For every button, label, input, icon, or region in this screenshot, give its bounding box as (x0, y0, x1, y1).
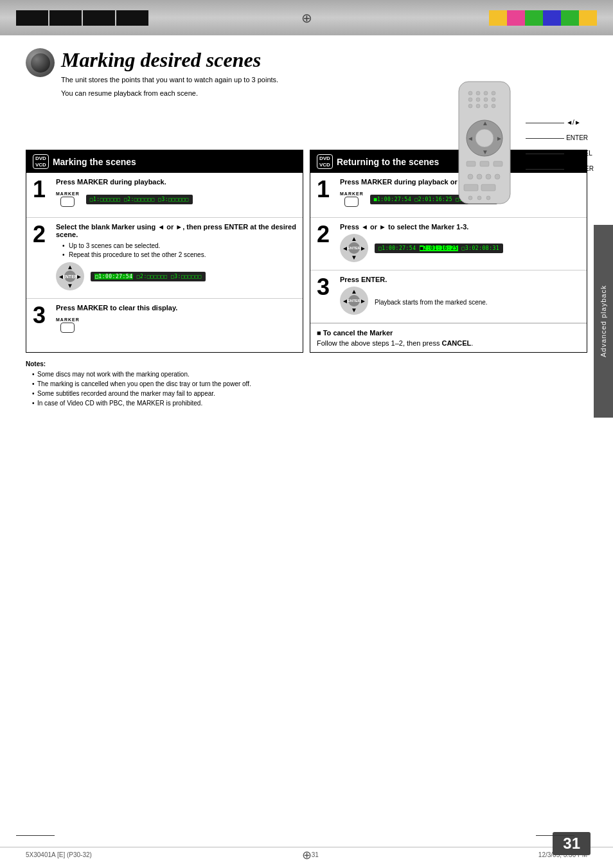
left-step-2-number: 2 (33, 223, 51, 246)
notes-title: Notes: (26, 360, 587, 368)
note-item-3: Some subtitles recorded around the marke… (32, 389, 587, 398)
svg-point-5 (468, 98, 472, 102)
title-icon-inner (31, 53, 50, 73)
nav-left-arrow: ◄ (58, 273, 64, 280)
remote-lr-label: ◄/► (566, 119, 581, 126)
left-dvd-badge: DVD VCD (33, 154, 49, 169)
svg-point-3 (484, 91, 488, 95)
svg-point-25 (495, 174, 500, 179)
marker-btn-label-3: MARKER (56, 317, 80, 322)
color-block-green2 (561, 10, 579, 26)
header-black-blocks (16, 10, 148, 26)
cancel-text: Follow the above steps 1–2, then press C… (317, 339, 580, 347)
left-step-1-row: 1 Press MARKER during playback. MARKER □… (33, 178, 296, 212)
left-step-3-title: Press MARKER to clear this display. (56, 304, 296, 312)
svg-point-14 (475, 129, 493, 147)
svg-point-22 (468, 174, 473, 179)
svg-rect-21 (493, 161, 502, 166)
title-icon (26, 48, 55, 77)
nav-down-arrow: ▼ (67, 282, 73, 289)
right-step-2-content: Press ◄ or ► to select the Marker 1-3. E… (340, 223, 580, 265)
svg-point-30 (486, 196, 490, 200)
marker-btn-shape-3 (60, 323, 75, 333)
marker-button-icon-3: MARKER (56, 317, 80, 333)
nav-left-arrow-r2: ◄ (342, 245, 348, 252)
remote-control-svg: ◄ ► ▲ ▼ (446, 80, 523, 209)
left-step-3-content: Press MARKER to clear this display. MARK… (56, 304, 296, 338)
right-step-3-icons: ENTER ◄ ► ▲ ▼ Playback starts from the m… (340, 287, 580, 315)
nav-circle-left-2: ENTER ◄ ► ▲ ▼ (56, 262, 84, 290)
left-step-2-content: Select the blank Marker using ◄ or ►, th… (56, 223, 296, 293)
bottom-line-right (536, 835, 574, 837)
bottom-line-left (16, 835, 55, 837)
right-step-2-number: 2 (317, 223, 335, 246)
left-step-3-number: 3 (33, 304, 51, 327)
svg-point-4 (492, 91, 495, 95)
svg-point-9 (468, 104, 472, 108)
svg-text:▼: ▼ (482, 148, 488, 155)
svg-point-10 (476, 104, 480, 108)
marker-button-icon-1: MARKER (56, 191, 80, 207)
marker-btn-shape-r1 (344, 197, 359, 207)
marker-btn-label-1: MARKER (56, 191, 80, 196)
header-crosshair: ⊕ (301, 10, 312, 26)
main-content: Marking desired scenes The unit stores t… (0, 35, 613, 421)
nav-arrows-r3: ◄ ► ▲ ▼ (340, 287, 368, 315)
svg-point-28 (468, 196, 472, 200)
color-block-pink (507, 10, 525, 26)
right-step-3-row: 3 Press ENTER. ENTER ◄ ► ▲ ▼ (317, 276, 580, 317)
note-item-1: Some discs may not work with the marking… (32, 369, 587, 379)
nav-right-arrow: ► (76, 273, 82, 280)
left-step-3-icons: MARKER (56, 315, 296, 335)
black-block-3 (83, 10, 115, 26)
right-step-3-number: 3 (317, 276, 335, 299)
nav-right-arrow-r3: ► (360, 297, 366, 305)
footer: 5X30401A [E] (P30-32) ⊕ 31 12/3/05, 3:30… (0, 847, 613, 858)
right-step-2: 2 Press ◄ or ► to select the Marker 1-3.… (310, 218, 587, 270)
cancel-marker-section: ■ To cancel the Marker Follow the above … (310, 323, 587, 352)
remote-enter-label-row: ENTER (526, 131, 594, 145)
notes-section: Notes: Some discs may not work with the … (26, 360, 587, 408)
left-badge-vcd: VCD (35, 162, 46, 168)
nav-down-arrow-r2: ▼ (351, 254, 357, 261)
top-header-strip: ⊕ (0, 0, 613, 35)
right-step-1-number: 1 (317, 178, 335, 201)
page-title: Marking desired scenes (61, 48, 587, 72)
remote-marker-label-row: MARKER (526, 162, 594, 176)
notes-list: Some discs may not work with the marking… (26, 369, 587, 408)
right-step-2-icons: ENTER ◄ ► ▲ ▼ □1:00:27:54 ■2:01:16:25 □3… (340, 234, 580, 262)
left-step-3: 3 Press MARKER to clear this display. MA… (26, 299, 303, 343)
bullet-item-1: Up to 3 scenes can be selected. (62, 242, 296, 251)
remote-cancel-label: CANCEL (566, 150, 592, 157)
svg-point-1 (468, 91, 472, 95)
left-badge-dvd: DVD (35, 155, 46, 162)
black-block-2 (49, 10, 82, 26)
svg-point-24 (486, 174, 491, 179)
remote-enter-arrow-label: ◄/► (526, 116, 594, 130)
svg-text:►: ► (496, 135, 502, 142)
color-block-green (525, 10, 543, 26)
nav-up-arrow: ▲ (67, 263, 73, 270)
svg-rect-27 (481, 184, 495, 191)
left-step-1-display: □1:□□□□□□ □2:□□□□□□ □3:□□□□□□ (86, 195, 193, 204)
right-step-3-title: Press ENTER. (340, 276, 580, 283)
nav-up-arrow-r2: ▲ (351, 235, 357, 242)
right-step-2-row: 2 Press ◄ or ► to select the Marker 1-3.… (317, 223, 580, 265)
right-dvd-badge: DVD VCD (317, 154, 333, 169)
right-step-3-content: Press ENTER. ENTER ◄ ► ▲ ▼ (340, 276, 580, 317)
svg-point-29 (477, 196, 481, 200)
left-step-3-row: 3 Press MARKER to clear this display. MA… (33, 304, 296, 338)
svg-text:▲: ▲ (482, 120, 488, 127)
black-block-4 (116, 10, 148, 26)
left-step-1-title: Press MARKER during playback. (56, 178, 296, 186)
svg-point-2 (476, 91, 480, 95)
right-step-3-detail: Playback starts from the marked scene. (375, 299, 488, 306)
right-badge-dvd: DVD (319, 155, 330, 162)
svg-rect-19 (466, 161, 475, 166)
remote-labels: ◄/► ENTER CANCEL MARKER (526, 116, 594, 176)
cancel-title: ■ To cancel the Marker (317, 329, 580, 337)
svg-point-23 (477, 174, 482, 179)
left-step-2-row: 2 Select the blank Marker using ◄ or ►, … (33, 223, 296, 293)
header-color-blocks (489, 10, 597, 26)
note-item-2: The marking is cancelled when you open t… (32, 379, 587, 389)
